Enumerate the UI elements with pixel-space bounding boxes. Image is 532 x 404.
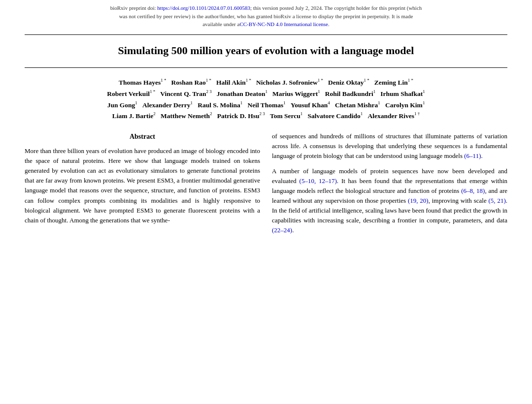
affil-18: 1 (378, 100, 380, 105)
title-section: Simulating 500 million years of evolutio… (25, 35, 507, 63)
author-thomas-hayes: Thomas Hayes (119, 79, 161, 86)
affil-19: 1 (423, 100, 425, 105)
author-alexander-rives: Alexander Rives (367, 112, 414, 120)
star-4: * (320, 78, 323, 83)
author-robert-verkuil: Robert Verkuil (107, 90, 150, 97)
author-liam-bartie: Liam J. Bartie (112, 112, 154, 120)
two-column-layout: Abstract More than three billion years o… (25, 126, 507, 240)
author-matthew-nemeth: Matthew Nemeth (161, 112, 210, 120)
intro-para-1-end: . (481, 152, 482, 159)
author-zeming-lin: Zeming Lin (374, 79, 408, 86)
author-line-3: Jun Gong1 Alexander Derry1 Raul S. Molin… (25, 99, 507, 111)
author-patrick-hsu: Patrick D. Hsu (217, 112, 260, 120)
abstract-title: Abstract (25, 131, 260, 142)
author-deniz-oktay: Deniz Oktay (328, 79, 364, 86)
author-line-1: Thomas Hayes1 * Roshan Rao1 * Halil Akin… (25, 77, 507, 88)
author-rohil-badkundri: Rohil Badkundri (325, 90, 373, 97)
affil-13: 1 (135, 100, 137, 105)
author-alexander-derry: Alexander Derry (142, 101, 191, 108)
abstract-column: Abstract More than three billion years o… (25, 131, 260, 240)
author-jonathan-deaton: Jonathan Deaton (217, 90, 266, 97)
star-3: * (248, 78, 251, 83)
affil-14: 1 (191, 100, 193, 105)
banner-after-doi: ; this version posted July 2, 2024. The … (250, 5, 422, 11)
intro-para-1: of sequences and hundreds of millions of… (272, 131, 507, 161)
affil-20: 2 (153, 111, 156, 116)
author-raul-molina: Raul S. Molina (198, 101, 240, 108)
doi-link[interactable]: https://doi.org/10.1101/2024.07.01.60058… (157, 5, 250, 11)
preprint-banner: bioRxiv preprint doi: https://doi.org/10… (0, 0, 532, 31)
banner-line3-after: . (328, 21, 330, 27)
paper-title: Simulating 500 million years of evolutio… (25, 44, 507, 58)
author-irhum-shafkat: Irhum Shafkat (380, 90, 423, 97)
affil-23: 1 (300, 111, 303, 116)
cite-3: (6–8, 18) (461, 187, 485, 194)
author-vincent-tran: Vincent Q. Tran (160, 90, 206, 97)
star-2: * (208, 78, 211, 83)
affil-21: 2 (210, 111, 212, 116)
abstract-text: More than three billion years of evoluti… (25, 146, 260, 225)
author-tom-sercu: Tom Sercu (270, 112, 300, 120)
author-line-4: Liam J. Bartie2 Matthew Nemeth2 Patrick … (25, 110, 507, 122)
author-neil-thomas: Neil Thomas (247, 101, 283, 108)
author-roshan-rao: Roshan Rao (171, 79, 206, 86)
intro-para-2-mid3: , improving with scale (429, 197, 489, 204)
banner-preprint-text: bioRxiv preprint doi: (110, 5, 158, 11)
affil-9: 1 (265, 89, 267, 94)
affil-17: 4 (328, 100, 330, 105)
affil-15: 1 (240, 100, 243, 105)
intro-para-2: A number of language models of protein s… (272, 166, 507, 236)
banner-line3-before: available under a (202, 21, 239, 27)
intro-para-2-end: . (292, 226, 294, 234)
author-yousuf-khan: Yousuf Khan (291, 101, 328, 108)
author-nicholas-sofroniew: Nicholas J. Sofroniew (256, 79, 318, 86)
star-1: * (163, 78, 166, 83)
cite-5: (5, 21) (489, 197, 506, 204)
author-jun-gong: Jun Gong (107, 101, 135, 108)
main-content: Simulating 500 million years of evolutio… (0, 34, 532, 241)
star-7: * (152, 89, 155, 94)
cite-4: (19, 20) (408, 197, 429, 204)
affil-22: 2 3 (260, 111, 265, 116)
author-halil-akin: Halil Akin (216, 79, 246, 86)
affil-16: 1 (283, 100, 286, 105)
author-salvatore-candido: Salvatore Candido (307, 112, 360, 120)
affil-12: 1 (423, 89, 425, 94)
cite-6: (22–24) (272, 226, 292, 234)
affil-11: 1 (373, 89, 376, 94)
affil-10: 1 (318, 89, 320, 94)
authors-section: Thomas Hayes1 * Roshan Rao1 * Halil Akin… (25, 68, 507, 126)
license-link[interactable]: CC-BY-NC-ND 4.0 International license (239, 21, 328, 27)
cite-1: (6–11) (464, 152, 481, 159)
affil-25: 1 † (414, 111, 420, 116)
affil-8: 2 3 (206, 89, 211, 94)
author-chetan-mishra: Chetan Mishra (335, 101, 378, 108)
author-marius-wiggert: Marius Wiggert (272, 90, 318, 97)
intro-column: of sequences and hundreds of millions of… (272, 131, 507, 240)
author-carolyn-kim: Carolyn Kim (385, 101, 423, 108)
star-6: * (410, 78, 413, 83)
author-line-2: Robert Verkuil1 * Vincent Q. Tran2 3 Jon… (25, 88, 507, 99)
cite-2: (5–10, 12–17) (299, 177, 337, 185)
banner-line2: was not certified by peer review) is the… (119, 13, 413, 19)
affil-24: 1 (361, 111, 363, 116)
star-5: * (366, 78, 369, 83)
